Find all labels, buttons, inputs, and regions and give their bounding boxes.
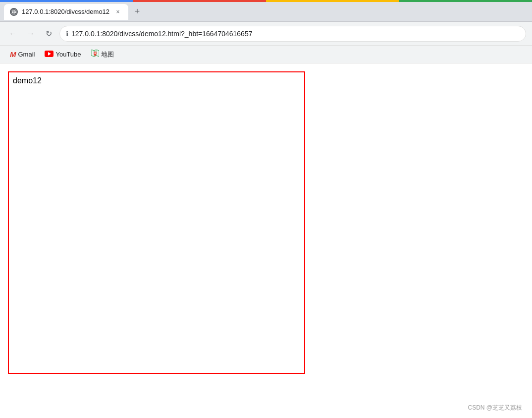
bookmark-youtube-label: YouTube xyxy=(55,51,81,58)
active-tab[interactable]: 127.0.0.1:8020/divcss/demo12 × xyxy=(4,4,128,20)
bookmark-gmail[interactable]: M Gmail xyxy=(6,48,39,60)
url-bar[interactable]: ℹ 127.0.0.1:8020/divcss/demo12.html?_hbt… xyxy=(59,26,526,42)
bookmarks-bar: M Gmail YouTube 地图 xyxy=(0,46,532,63)
back-button[interactable]: ← xyxy=(6,27,20,41)
youtube-icon xyxy=(45,51,53,59)
svg-point-8 xyxy=(94,53,96,54)
tab-favicon xyxy=(10,8,18,16)
bookmark-maps-label: 地图 xyxy=(101,50,114,59)
reload-button[interactable]: ↻ xyxy=(42,27,55,41)
forward-button[interactable]: → xyxy=(24,27,38,41)
browser-frame: 127.0.0.1:8020/divcss/demo12 × + ← → ↻ ℹ… xyxy=(0,0,532,418)
demo-container: demo12 xyxy=(8,71,305,374)
gmail-icon: M xyxy=(10,50,16,59)
security-icon: ℹ xyxy=(66,30,68,38)
tab-title: 127.0.0.1:8020/divcss/demo12 xyxy=(22,8,109,15)
url-text: 127.0.0.1:8020/divcss/demo12.html?_hbt=1… xyxy=(71,30,520,38)
address-bar: ← → ↻ ℹ 127.0.0.1:8020/divcss/demo12.htm… xyxy=(0,22,532,46)
bookmark-youtube[interactable]: YouTube xyxy=(41,49,85,60)
watermark: CSDN @芝芝又荔枝 xyxy=(468,404,522,412)
demo-title: demo12 xyxy=(13,76,42,85)
new-tab-button[interactable]: + xyxy=(130,5,144,19)
page-content: demo12 CSDN @芝芝又荔枝 xyxy=(0,63,532,418)
bookmark-gmail-label: Gmail xyxy=(18,51,35,58)
title-bar: 127.0.0.1:8020/divcss/demo12 × + xyxy=(0,2,532,22)
bookmark-maps[interactable]: 地图 xyxy=(87,48,118,61)
tab-close-button[interactable]: × xyxy=(113,7,122,16)
maps-icon xyxy=(91,50,99,59)
